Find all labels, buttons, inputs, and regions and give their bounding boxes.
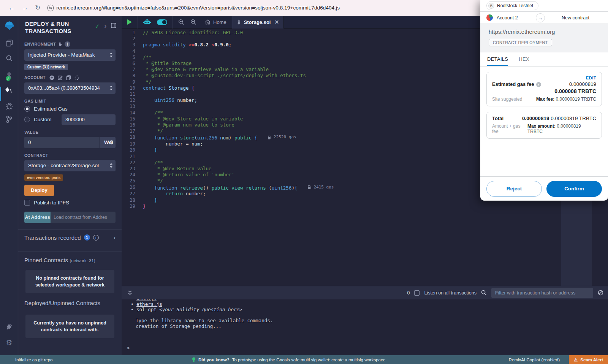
radio-icon[interactable]	[24, 117, 30, 122]
address-bar[interactable]: remix.ethereum.org/#lang=en&optimize=fal…	[56, 5, 340, 11]
pinned-empty-message: No pinned contracts found for selected w…	[25, 270, 114, 293]
line-number: 3	[122, 42, 143, 48]
plugin-manager-icon[interactable]	[0, 323, 18, 331]
edit-gas-button[interactable]: EDIT	[492, 76, 596, 80]
collapse-terminal-icon[interactable]	[128, 290, 132, 296]
stepper-icon	[109, 85, 113, 90]
max-amount-label: Max amount:	[527, 123, 556, 129]
search-icon[interactable]	[0, 55, 18, 62]
copilot-status[interactable]: RemixAI Copilot (enabled)	[509, 358, 560, 362]
file-explorer-icon[interactable]	[0, 40, 18, 47]
contract-select[interactable]: Storage - contracts/Storage.sol	[24, 160, 116, 171]
settings-gear-icon[interactable]: ⚙	[0, 338, 18, 347]
tab-home[interactable]: Home	[200, 16, 232, 28]
debugger-icon[interactable]	[0, 103, 18, 110]
deploy-button[interactable]: Deploy	[24, 185, 54, 196]
terminal-filter-input[interactable]	[491, 288, 593, 298]
scam-alert-button[interactable]: ⚠ Scam Alert	[569, 355, 608, 364]
environment-label: ENVIRONMENT	[24, 42, 56, 46]
zoom-out-icon[interactable]	[175, 19, 187, 25]
site-settings-icon[interactable]	[47, 5, 54, 11]
line-number: 23	[122, 166, 143, 172]
stepper-icon	[109, 163, 113, 168]
zoom-in-icon[interactable]	[187, 19, 200, 25]
environment-select[interactable]: Injected Provider - MetaMask	[24, 49, 116, 61]
terminal-line[interactable]: • ethers.js	[131, 302, 608, 307]
back-icon[interactable]: ←	[8, 4, 15, 12]
tab-home-label: Home	[213, 19, 226, 25]
add-account-icon[interactable]	[49, 75, 54, 80]
gas-fee-currency: 0.000008 TRBTC	[492, 88, 596, 94]
sign-message-icon[interactable]	[58, 75, 63, 80]
line-number: 16	[122, 122, 143, 128]
transactions-recorded-row[interactable]: Transactions recorded 1 i ›	[24, 234, 116, 241]
spinner-icon	[74, 75, 79, 80]
estimated-gas-option[interactable]: Estimated Gas	[24, 106, 116, 112]
transactions-recorded-label: Transactions recorded	[24, 234, 81, 241]
to-account: New contract	[562, 15, 589, 21]
line-number: 1	[122, 30, 143, 36]
line-number: 24	[122, 172, 143, 178]
panel-title: DEPLOY & RUN TRANSACTIONS	[25, 21, 86, 35]
listen-checkbox[interactable]	[414, 290, 420, 296]
line-number: 27	[122, 191, 143, 197]
radio-selected-icon[interactable]	[24, 106, 30, 112]
value-unit-select[interactable]: Wei	[99, 137, 116, 148]
info-icon[interactable]: i	[65, 41, 70, 47]
tab-storage-sol[interactable]: Storage.sol ✕	[232, 16, 284, 28]
reload-icon[interactable]: ↻	[35, 4, 40, 12]
remixai-robot-icon[interactable]	[140, 19, 154, 25]
environment-value: Injected Provider - MetaMask	[28, 52, 95, 58]
at-address-input[interactable]	[51, 212, 116, 223]
tab-storage-label: Storage.sol	[244, 19, 271, 25]
stepper-icon	[109, 52, 113, 57]
max-fee-label: Max fee:	[536, 97, 554, 102]
chevron-right-icon[interactable]: ›	[104, 23, 106, 35]
info-icon[interactable]: i	[536, 82, 541, 87]
transaction-count: 0	[407, 290, 410, 296]
deploy-run-panel: DEPLOY & RUN TRANSACTIONS ✓ › ENVIRONMEN…	[18, 16, 122, 355]
tab-details[interactable]: DETAILS	[487, 56, 508, 66]
evm-version-badge: evm version: paris	[24, 174, 63, 181]
run-script-icon[interactable]	[122, 19, 135, 25]
info-icon[interactable]: i	[93, 235, 99, 241]
network-pill[interactable]: R Rootstock Testnet	[486, 1, 538, 10]
terminal-output[interactable]: • web3.js• ethers.js• sol-gpt <your Soli…	[122, 299, 608, 355]
deploy-run-icon[interactable]	[0, 87, 18, 95]
copy-account-icon[interactable]	[66, 75, 71, 80]
network-name: Rootstock Testnet	[497, 3, 533, 8]
confirm-button[interactable]: Confirm	[546, 181, 602, 197]
checkbox-icon[interactable]	[24, 200, 30, 206]
custom-gas-input[interactable]	[62, 114, 116, 125]
solidity-compiler-icon[interactable]: ✓	[0, 71, 18, 80]
chevron-right-icon[interactable]: ›	[114, 234, 116, 241]
value-input[interactable]	[24, 137, 99, 148]
line-number: 14	[122, 110, 143, 116]
contract-value: Storage - contracts/Storage.sol	[28, 163, 99, 168]
publish-ipfs-option[interactable]: Publish to IPFS	[24, 200, 116, 206]
terminal-prompt[interactable]: >	[127, 345, 130, 351]
line-number: 7	[122, 66, 143, 73]
max-fee-value: 0.00000819 TRBTC	[556, 97, 596, 102]
git-icon[interactable]	[0, 116, 18, 123]
close-tab-icon[interactable]: ✕	[274, 19, 279, 25]
transactions-count-badge: 1	[84, 234, 90, 241]
custom-gas-option[interactable]: Custom	[24, 114, 116, 125]
plugin-icon-rail: ✓ ⚙	[0, 16, 18, 355]
forward-icon[interactable]: →	[22, 4, 28, 12]
line-number: 11	[122, 91, 143, 97]
at-address-button[interactable]: At Address	[24, 212, 51, 223]
plug-icon	[58, 42, 62, 46]
copilot-toggle[interactable]	[154, 19, 170, 25]
unpinned-empty-message: Currently you have no unpinned contracts…	[25, 315, 114, 338]
arrow-right-icon: →	[536, 13, 545, 22]
line-number: 21	[122, 154, 143, 160]
tab-hex[interactable]: HEX	[519, 56, 529, 66]
git-init-button[interactable]: Initialize as git repo	[15, 358, 52, 362]
check-icon: ✓	[95, 23, 100, 35]
reject-button[interactable]: Reject	[486, 181, 542, 197]
account-select[interactable]: 0xA03...85ac4 (0.398673504934	[24, 82, 116, 94]
pin-panel-icon[interactable]	[111, 23, 116, 35]
terminal-toolbar: 0 Listen on all transactions	[122, 286, 608, 299]
clear-console-icon[interactable]	[598, 290, 603, 296]
